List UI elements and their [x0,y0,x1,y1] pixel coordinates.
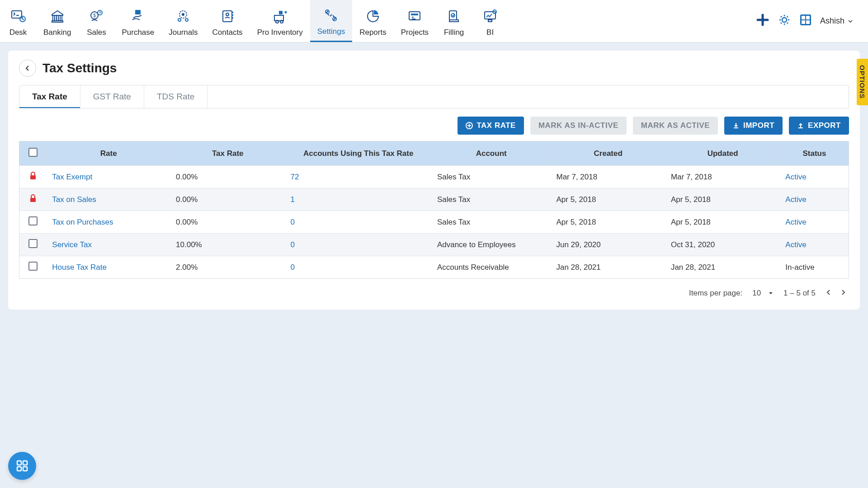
chevron-left-icon [24,65,31,72]
svg-point-33 [782,18,787,22]
accounts-link[interactable]: 0 [290,263,294,272]
th-account[interactable]: Account [432,141,551,166]
nav-item-journals[interactable]: Journals [161,0,205,42]
th-status[interactable]: Status [780,141,849,166]
svg-rect-3 [57,15,58,21]
calculator-icon[interactable] [799,14,812,28]
accounts-link[interactable]: 0 [290,218,294,226]
table-row: Tax on Sales0.00%1Sales TaxApr 5, 2018Ap… [19,188,849,211]
select-all-checkbox[interactable] [28,148,38,157]
tab-tds-rate[interactable]: TDS Rate [144,85,208,108]
svg-rect-26 [411,14,418,15]
back-button[interactable] [19,60,36,77]
row-checkbox[interactable] [28,262,38,271]
action-bar: TAX RATE MARK AS IN-ACTIVE MARK AS ACTIV… [8,108,860,141]
cell-updated: Jan 28, 2021 [665,256,780,279]
th-rate[interactable]: Rate [47,141,170,166]
nav-item-reports[interactable]: Reports [352,0,394,42]
reports-icon [364,7,382,25]
nav-label: Filling [444,28,464,37]
svg-point-21 [280,20,283,23]
th-accounts-using[interactable]: Accounts Using This Tax Rate [285,141,431,166]
user-name: Ashish [820,16,844,26]
tax-rate-button[interactable]: TAX RATE [458,117,524,135]
rate-link[interactable]: Tax on Purchases [52,218,113,226]
th-tax-rate[interactable]: Tax Rate [170,141,285,166]
options-tab[interactable]: OPTIONS [857,59,868,105]
row-checkbox[interactable] [28,239,38,248]
svg-rect-2 [53,15,55,21]
nav-item-settings[interactable]: Settings [310,0,352,42]
tabs: Tax Rate GST Rate TDS Rate [19,85,849,108]
nav-item-filling[interactable]: Filling [436,0,472,42]
nav-item-projects[interactable]: Projects [394,0,436,42]
user-menu[interactable]: Ashish [820,16,854,26]
nav-item-bi[interactable]: BI [472,0,508,42]
rate-link[interactable]: House Tax Rate [52,263,107,272]
mark-active-button[interactable]: MARK AS ACTIVE [633,117,718,135]
dropdown-icon [768,291,774,296]
cell-account: Accounts Receivable [432,256,551,279]
cell-tax-rate: 10.00% [170,234,285,256]
rate-link[interactable]: Tax Exempt [52,173,92,181]
mark-inactive-button[interactable]: MARK AS IN-ACTIVE [530,117,627,135]
upload-icon [797,122,804,129]
tab-gst-rate[interactable]: GST Rate [80,85,144,108]
import-button[interactable]: IMPORT [724,117,783,135]
row-checkbox[interactable] [28,216,38,225]
th-created[interactable]: Created [551,141,665,166]
download-icon [732,122,740,129]
th-updated[interactable]: Updated [665,141,780,166]
svg-rect-5 [52,21,63,22]
tab-tax-rate[interactable]: Tax Rate [19,85,80,108]
svg-rect-42 [17,461,21,465]
chevron-down-icon [847,18,854,24]
accounts-link[interactable]: 72 [290,173,299,181]
accounts-link[interactable]: 0 [290,240,294,249]
nav-item-pro-inventory[interactable]: Pro Inventory [250,0,310,42]
svg-rect-43 [23,461,27,465]
rate-link[interactable]: Service Tax [52,240,92,249]
svg-rect-35 [802,16,805,19]
nav-item-desk[interactable]: Desk [0,0,36,42]
cell-tax-rate: 2.00% [170,256,285,279]
svg-rect-4 [60,15,62,21]
page-header: Tax Settings [8,51,860,85]
status-link[interactable]: Active [785,240,806,249]
export-button[interactable]: EXPORT [789,117,849,135]
svg-rect-30 [485,12,495,19]
table-row: Tax Exempt0.00%72Sales TaxMar 7, 2018Mar… [19,166,849,188]
nav-label: Pro Inventory [257,28,303,37]
prev-page-button[interactable] [826,289,832,298]
svg-point-12 [178,19,181,21]
rate-link[interactable]: Tax on Sales [52,195,96,204]
items-per-page-label: Items per page: [689,289,742,298]
status-link[interactable]: Active [785,195,806,204]
svg-rect-31 [488,20,492,22]
apps-fab[interactable] [8,452,36,480]
button-label: EXPORT [808,121,841,130]
svg-point-20 [276,20,278,23]
cell-created: Apr 5, 2018 [551,188,665,211]
cell-tax-rate: 0.00% [170,166,285,188]
nav-item-contacts[interactable]: Contacts [205,0,250,42]
items-per-page-value: 10 [752,289,761,298]
main-card: Tax Settings Tax Rate GST Rate TDS Rate … [8,51,860,310]
cell-updated: Apr 5, 2018 [665,188,780,211]
next-page-button[interactable] [840,289,846,298]
journals-icon [174,7,192,25]
status-link[interactable]: Active [785,173,806,181]
nav-item-sales[interactable]: $ Sales [78,0,114,42]
gear-icon[interactable] [778,13,791,29]
table-row: House Tax Rate2.00%0Accounts ReceivableJ… [19,256,849,279]
chevron-right-icon [840,289,846,296]
accounts-link[interactable]: 1 [290,195,294,204]
status-link[interactable]: Active [785,218,806,226]
nav-item-banking[interactable]: Banking [36,0,78,42]
items-per-page-select[interactable]: 10 [752,289,774,298]
purchase-icon [129,7,147,25]
nav-item-purchase[interactable]: Purchase [114,0,161,42]
plus-circle-icon [466,122,473,129]
nav-label: Purchase [122,28,154,37]
add-icon[interactable] [756,13,769,29]
